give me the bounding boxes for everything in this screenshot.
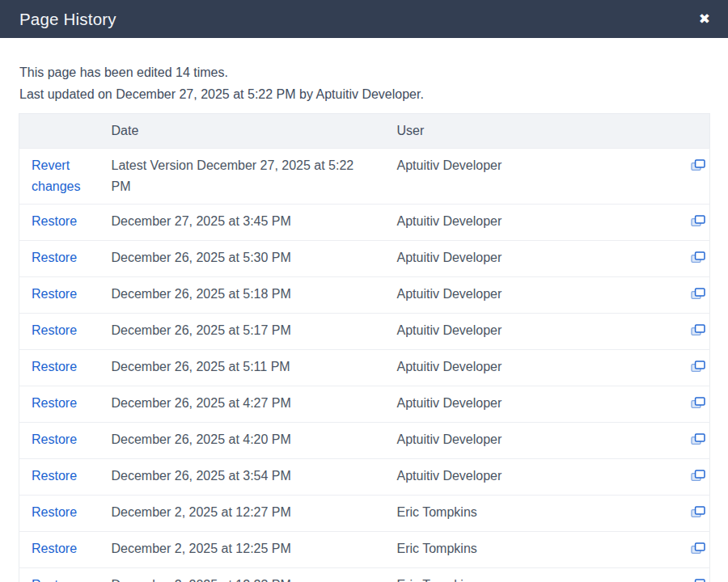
version-date: Latest Version December 27, 2025 at 5:22… — [112, 155, 354, 197]
page-history-modal: Page History ✖ This page has been edited… — [0, 0, 728, 582]
version-user: Aptuitiv Developer — [385, 314, 679, 350]
action-link[interactable]: Restore — [32, 542, 77, 555]
last-updated-text: Last updated on December 27, 2025 at 5:2… — [19, 83, 709, 105]
history-row: Restore December 26, 2025 at 5:17 PM Apt… — [19, 314, 710, 350]
copy-column-header — [679, 114, 710, 149]
action-link[interactable]: Restore — [32, 251, 77, 264]
version-date: December 26, 2025 at 5:30 PM — [112, 247, 354, 268]
history-row: Restore December 26, 2025 at 5:30 PM Apt… — [19, 241, 710, 277]
modal-body: This page has been edited 14 times. Last… — [0, 38, 728, 582]
version-user: Aptuitiv Developer — [385, 386, 679, 423]
copy-icon[interactable] — [691, 155, 705, 171]
version-user: Aptuitiv Developer — [385, 277, 679, 314]
copy-icon[interactable] — [691, 575, 705, 582]
copy-icon[interactable] — [691, 320, 705, 336]
version-user: Aptuitiv Developer — [385, 205, 679, 241]
version-date: December 2, 2025 at 12:23 PM — [112, 575, 354, 582]
action-link[interactable]: Restore — [32, 578, 77, 582]
history-table: Date User Revert changes Latest Version … — [19, 113, 710, 582]
copy-icon[interactable] — [691, 466, 705, 482]
version-user: Aptuitiv Developer — [385, 350, 679, 386]
history-row: Restore December 2, 2025 at 12:25 PM Eri… — [19, 532, 710, 568]
copy-icon[interactable] — [691, 538, 705, 555]
history-row: Restore December 2, 2025 at 12:23 PM Eri… — [19, 568, 710, 582]
close-button[interactable]: ✖ — [699, 12, 710, 26]
action-link[interactable]: Restore — [32, 323, 77, 337]
version-date: December 26, 2025 at 5:17 PM — [112, 320, 354, 341]
history-row: Restore December 2, 2025 at 12:27 PM Eri… — [19, 496, 710, 532]
history-row: Restore December 26, 2025 at 5:18 PM Apt… — [19, 277, 710, 314]
user-column-header: User — [385, 114, 679, 149]
version-user: Aptuitiv Developer — [385, 459, 679, 496]
version-date: December 26, 2025 at 5:11 PM — [112, 356, 354, 377]
version-date: December 26, 2025 at 4:27 PM — [112, 393, 354, 414]
copy-icon[interactable] — [691, 211, 705, 227]
action-link[interactable]: Restore — [32, 505, 77, 519]
modal-title: Page History — [19, 10, 116, 29]
version-user: Eric Tompkins — [385, 568, 679, 582]
version-user: Aptuitiv Developer — [385, 423, 679, 459]
copy-icon[interactable] — [691, 393, 705, 409]
version-date: December 27, 2025 at 3:45 PM — [112, 211, 354, 232]
copy-icon[interactable] — [691, 284, 705, 300]
version-date: December 26, 2025 at 3:54 PM — [112, 466, 354, 487]
date-column-header: Date — [99, 114, 385, 149]
copy-icon[interactable] — [691, 429, 705, 445]
history-row: Restore December 26, 2025 at 4:20 PM Apt… — [19, 423, 710, 459]
version-date: December 2, 2025 at 12:25 PM — [112, 538, 354, 559]
version-date: December 2, 2025 at 12:27 PM — [112, 502, 354, 523]
table-header-row: Date User — [19, 114, 710, 149]
action-link[interactable]: Revert changes — [32, 158, 81, 193]
history-table-body: Revert changes Latest Version December 2… — [19, 149, 710, 582]
action-link[interactable]: Restore — [32, 396, 77, 410]
copy-icon[interactable] — [691, 502, 705, 518]
action-column-header — [19, 114, 99, 149]
action-link[interactable]: Restore — [32, 287, 77, 301]
history-row: Revert changes Latest Version December 2… — [19, 149, 710, 205]
version-user: Aptuitiv Developer — [385, 149, 679, 205]
action-link[interactable]: Restore — [32, 469, 77, 483]
version-date: December 26, 2025 at 4:20 PM — [112, 429, 354, 450]
close-icon: ✖ — [699, 11, 710, 27]
copy-icon[interactable] — [691, 356, 705, 373]
history-row: Restore December 27, 2025 at 3:45 PM Apt… — [19, 205, 710, 241]
modal-header: Page History ✖ — [0, 0, 728, 38]
version-user: Eric Tompkins — [385, 496, 679, 532]
version-user: Eric Tompkins — [385, 532, 679, 568]
action-link[interactable]: Restore — [32, 360, 77, 373]
history-row: Restore December 26, 2025 at 5:11 PM Apt… — [19, 350, 710, 386]
version-user: Aptuitiv Developer — [385, 241, 679, 277]
edit-count-text: This page has been edited 14 times. — [19, 61, 709, 83]
copy-icon[interactable] — [691, 247, 705, 264]
history-row: Restore December 26, 2025 at 3:54 PM Apt… — [19, 459, 710, 496]
summary-block: This page has been edited 14 times. Last… — [19, 61, 709, 105]
action-link[interactable]: Restore — [32, 432, 77, 446]
version-date: December 26, 2025 at 5:18 PM — [112, 284, 354, 305]
history-row: Restore December 26, 2025 at 4:27 PM Apt… — [19, 386, 710, 423]
action-link[interactable]: Restore — [32, 214, 77, 228]
